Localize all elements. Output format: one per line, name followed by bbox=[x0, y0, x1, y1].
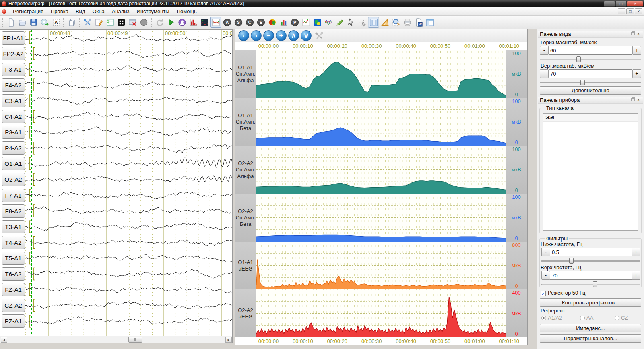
montage-table-icon[interactable] bbox=[104, 17, 116, 28]
channel-button-c3-a1[interactable]: C3-A1 bbox=[2, 94, 25, 107]
mdi-close-button[interactable]: × bbox=[635, 8, 642, 14]
mdi-restore-button[interactable]: □ bbox=[626, 8, 634, 14]
restore-button[interactable]: □ bbox=[615, 1, 627, 7]
menu-анализ[interactable]: Анализ bbox=[108, 8, 133, 15]
trend-analysis-icon[interactable] bbox=[210, 17, 221, 28]
print-icon[interactable] bbox=[402, 17, 413, 28]
zoom-in-button[interactable]: + bbox=[276, 30, 287, 41]
menu-регистрация[interactable]: Регистрация bbox=[9, 8, 47, 15]
referent-radio-aa[interactable]: AA bbox=[580, 315, 615, 321]
channel-params-button[interactable]: Параметры каналов... bbox=[540, 334, 641, 343]
text-frame-icon[interactable]: A bbox=[50, 17, 62, 28]
channel-button-t5-a1[interactable]: T5-A1 bbox=[2, 252, 25, 265]
scrollbar-thumb[interactable] bbox=[128, 337, 142, 343]
page-right-button[interactable]: › bbox=[251, 30, 262, 41]
save-icon[interactable] bbox=[28, 17, 39, 28]
channel-button-f4-a2[interactable]: F4-A2 bbox=[2, 78, 25, 92]
low-freq-slider[interactable] bbox=[541, 258, 640, 264]
vert-scale-value[interactable]: 70 bbox=[549, 69, 632, 78]
channel-button-o2-a2[interactable]: O2-A2 bbox=[2, 173, 25, 186]
channel-button-f7-a1[interactable]: F7-A1 bbox=[2, 189, 25, 202]
trend-plot-area[interactable] bbox=[256, 289, 506, 337]
menu-инструменты[interactable]: Инструменты bbox=[133, 8, 173, 15]
referent-radio-cz[interactable]: CZ bbox=[615, 315, 628, 321]
new-document-icon[interactable] bbox=[5, 17, 17, 28]
analysis-p-icon[interactable]: P bbox=[289, 17, 300, 28]
channel-button-t3-a1[interactable]: T3-A1 bbox=[2, 220, 25, 233]
channel-button-fz-a1[interactable]: FZ-A1 bbox=[2, 283, 25, 296]
cursor-icon[interactable] bbox=[345, 17, 357, 28]
channel-button-cz-a2[interactable]: CZ-A2 bbox=[2, 299, 25, 312]
high-freq-plus-button[interactable]: + bbox=[632, 271, 640, 280]
notch-filter-checkbox-row[interactable]: ✓Режектор 50 Гц bbox=[541, 290, 585, 296]
play-icon[interactable] bbox=[165, 17, 176, 28]
zoom-icon[interactable] bbox=[390, 17, 402, 28]
artifact-control-button[interactable]: Контроль артефактов... bbox=[540, 298, 641, 307]
bar-chart-icon[interactable] bbox=[278, 17, 289, 28]
analysis-c-icon[interactable]: C bbox=[244, 17, 255, 28]
reload-icon[interactable] bbox=[154, 17, 165, 28]
trend-plot-area[interactable] bbox=[256, 146, 506, 194]
channel-button-f8-a2[interactable]: F8-A2 bbox=[2, 204, 25, 218]
scale-down-button[interactable]: ∨ bbox=[301, 30, 312, 41]
channel-button-fp2-a2[interactable]: FP2-A2 bbox=[2, 47, 25, 60]
mdi-minimize-button[interactable]: – bbox=[618, 8, 625, 14]
channel-button-p3-a1[interactable]: P3-A1 bbox=[2, 126, 25, 139]
horiz-scale-value[interactable]: 60 bbox=[549, 46, 632, 55]
horiz-scale-plus-button[interactable]: + bbox=[632, 46, 641, 55]
horiz-scale-minus-button[interactable]: - bbox=[540, 46, 549, 55]
menu-помощь[interactable]: Помощь bbox=[173, 8, 200, 15]
copy-page-icon[interactable] bbox=[66, 17, 77, 28]
analysis-s-icon[interactable]: S bbox=[233, 17, 244, 28]
high-freq-value[interactable]: 70 bbox=[550, 271, 632, 280]
eeg-horizontal-scrollbar[interactable]: ◄ ► bbox=[0, 336, 232, 343]
close-button[interactable]: × bbox=[627, 1, 643, 7]
eeg-window-icon[interactable] bbox=[199, 17, 210, 28]
export-disc-icon[interactable] bbox=[39, 17, 50, 28]
brain-map-icon[interactable] bbox=[266, 17, 278, 28]
scale-up-button[interactable]: ∧ bbox=[288, 30, 299, 41]
impedance-button[interactable]: Импеданс... bbox=[540, 324, 641, 332]
ruler-icon[interactable] bbox=[379, 17, 390, 28]
vert-scale-minus-button[interactable]: - bbox=[540, 69, 549, 78]
word-export-icon[interactable]: W bbox=[413, 17, 424, 28]
histogram-icon[interactable] bbox=[188, 17, 199, 28]
marker-pen-icon[interactable] bbox=[334, 17, 345, 28]
trend-graph-icon[interactable] bbox=[300, 17, 312, 28]
scroll-right-arrow[interactable]: ► bbox=[225, 337, 232, 343]
referent-radio-a1a2[interactable]: A1/A2 bbox=[541, 315, 580, 321]
channel-button-t6-a2[interactable]: T6-A2 bbox=[2, 267, 25, 281]
menu-правка[interactable]: Правка bbox=[47, 8, 72, 15]
channel-type-list[interactable]: ЭЭГ bbox=[543, 113, 638, 231]
trend-plot-area[interactable] bbox=[256, 194, 506, 242]
channel-type-item[interactable]: ЭЭГ bbox=[543, 114, 638, 122]
analysis-a-icon[interactable]: A bbox=[221, 17, 233, 28]
settings-tools-icon[interactable] bbox=[82, 17, 93, 28]
high-freq-minus-button[interactable]: - bbox=[541, 271, 550, 280]
trend-plot-area[interactable] bbox=[256, 242, 506, 289]
trend-plot-area[interactable] bbox=[256, 50, 506, 98]
page-left-button[interactable]: ‹ bbox=[238, 30, 249, 41]
float-panel-icon[interactable] bbox=[630, 97, 636, 103]
notch-filter-checkbox[interactable]: ✓ bbox=[541, 291, 546, 296]
channel-button-f3-a1[interactable]: F3-A1 bbox=[2, 63, 25, 76]
table-view-icon[interactable] bbox=[368, 17, 379, 28]
open-file-icon[interactable] bbox=[17, 17, 28, 28]
color-map-icon[interactable] bbox=[312, 17, 323, 28]
analysis-e-icon[interactable]: E bbox=[255, 17, 266, 28]
more-options-button[interactable]: Дополнительно bbox=[540, 86, 641, 95]
record-icon[interactable] bbox=[138, 17, 149, 28]
channel-button-p4-a2[interactable]: P4-A2 bbox=[2, 141, 25, 155]
horiz-scale-slider[interactable] bbox=[540, 56, 641, 62]
zoom-out-button[interactable]: − bbox=[263, 30, 274, 41]
channel-button-fp1-a1[interactable]: FP1-A1 bbox=[2, 31, 25, 45]
montage-grid-icon[interactable] bbox=[116, 17, 127, 28]
low-freq-plus-button[interactable]: + bbox=[632, 248, 640, 256]
low-freq-minus-button[interactable]: - bbox=[541, 248, 550, 256]
vert-scale-slider[interactable] bbox=[540, 80, 641, 85]
channel-button-t4-a2[interactable]: T4-A2 bbox=[2, 236, 25, 249]
trend-settings-icon[interactable] bbox=[313, 30, 325, 41]
spectrum-waves-icon[interactable] bbox=[323, 17, 334, 28]
scroll-left-arrow[interactable]: ◄ bbox=[1, 337, 7, 343]
lasso-select-icon[interactable] bbox=[357, 17, 368, 28]
